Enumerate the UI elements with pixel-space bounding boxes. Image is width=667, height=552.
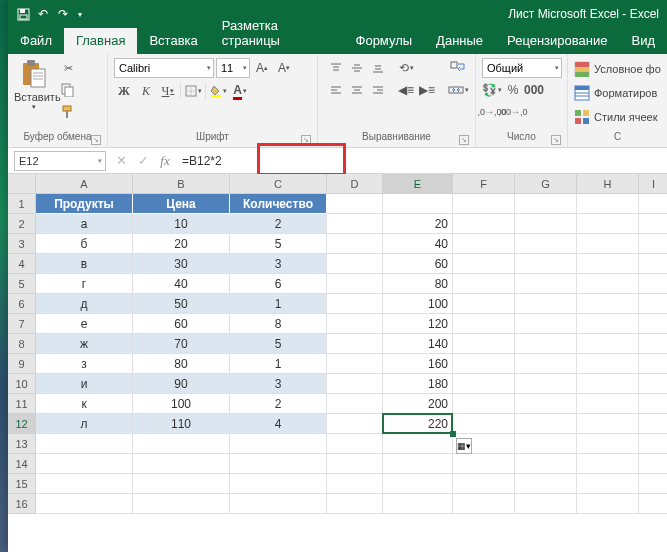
italic-button[interactable]: К <box>136 81 156 101</box>
cell[interactable]: 1 <box>230 294 327 314</box>
cell[interactable]: 5 <box>230 234 327 254</box>
tab-view[interactable]: Вид <box>619 28 667 54</box>
cell[interactable] <box>639 254 667 274</box>
cell[interactable]: 110 <box>133 414 230 434</box>
cell[interactable] <box>36 474 133 494</box>
cell[interactable] <box>453 354 515 374</box>
row-header[interactable]: 2 <box>8 214 36 234</box>
autofill-options-icon[interactable]: ▦▾ <box>456 438 472 454</box>
font-name-combo[interactable]: Calibri▾ <box>114 58 214 78</box>
cell[interactable] <box>453 454 515 474</box>
cell[interactable] <box>577 274 639 294</box>
paste-button[interactable]: Вставить ▾ <box>12 56 56 113</box>
cell[interactable] <box>639 414 667 434</box>
conditional-formatting-button[interactable]: Условное фо <box>574 58 661 80</box>
cell[interactable]: 100 <box>383 294 453 314</box>
cell[interactable] <box>577 394 639 414</box>
cell[interactable] <box>577 414 639 434</box>
cell[interactable] <box>577 454 639 474</box>
tab-data[interactable]: Данные <box>424 28 495 54</box>
column-header[interactable]: C <box>230 174 327 194</box>
fill-handle[interactable] <box>450 431 456 437</box>
cell[interactable] <box>639 334 667 354</box>
cell[interactable] <box>453 194 515 214</box>
align-center-icon[interactable] <box>347 80 367 100</box>
cell[interactable]: б <box>36 234 133 254</box>
dialog-launcher-icon[interactable]: ↘ <box>551 135 561 145</box>
cell[interactable] <box>639 214 667 234</box>
cell[interactable]: 160 <box>383 354 453 374</box>
redo-icon[interactable]: ↷ <box>54 5 72 23</box>
cell[interactable] <box>327 414 383 434</box>
cell[interactable] <box>515 434 577 454</box>
cell[interactable] <box>639 434 667 454</box>
cell[interactable]: 200 <box>383 394 453 414</box>
cell[interactable]: 2 <box>230 394 327 414</box>
cell[interactable] <box>327 194 383 214</box>
table-header-cell[interactable]: Цена <box>133 194 230 214</box>
save-icon[interactable] <box>14 5 32 23</box>
align-top-icon[interactable] <box>326 58 346 78</box>
comma-style-icon[interactable]: 000 <box>524 80 544 100</box>
cell[interactable] <box>327 354 383 374</box>
cell[interactable]: 100 <box>133 394 230 414</box>
name-box[interactable]: E12▾ <box>14 151 106 171</box>
undo-icon[interactable]: ↶ <box>34 5 52 23</box>
increase-font-icon[interactable]: A▴ <box>252 58 272 78</box>
column-header[interactable]: F <box>453 174 515 194</box>
cell[interactable] <box>453 394 515 414</box>
cell[interactable] <box>639 394 667 414</box>
cell[interactable] <box>453 494 515 514</box>
fx-icon[interactable]: fx <box>154 150 176 172</box>
cell[interactable] <box>327 374 383 394</box>
cell[interactable]: 4 <box>230 414 327 434</box>
cell[interactable] <box>577 194 639 214</box>
tab-insert[interactable]: Вставка <box>137 28 209 54</box>
spreadsheet-grid[interactable]: ABCDEFGHI1ПродуктыЦенаКоличество2а102203… <box>8 174 667 552</box>
cell[interactable]: ж <box>36 334 133 354</box>
cell[interactable] <box>230 474 327 494</box>
row-header[interactable]: 16 <box>8 494 36 514</box>
cell[interactable] <box>577 374 639 394</box>
qat-dropdown-icon[interactable]: ▾ <box>74 10 86 19</box>
cell[interactable]: к <box>36 394 133 414</box>
cell[interactable]: 40 <box>383 234 453 254</box>
cell[interactable] <box>453 274 515 294</box>
formula-input[interactable]: =B12*2 <box>176 151 667 171</box>
cell[interactable] <box>453 314 515 334</box>
cell[interactable] <box>515 494 577 514</box>
column-header[interactable]: A <box>36 174 133 194</box>
cell[interactable] <box>453 254 515 274</box>
cell[interactable] <box>639 314 667 334</box>
cell[interactable] <box>327 334 383 354</box>
cell[interactable] <box>327 474 383 494</box>
cell[interactable]: 60 <box>133 314 230 334</box>
row-header[interactable]: 1 <box>8 194 36 214</box>
font-size-combo[interactable]: 11▾ <box>216 58 250 78</box>
tab-formulas[interactable]: Формулы <box>344 28 425 54</box>
cell[interactable] <box>639 374 667 394</box>
column-header[interactable]: D <box>327 174 383 194</box>
row-header[interactable]: 5 <box>8 274 36 294</box>
wrap-text-icon[interactable] <box>445 58 471 78</box>
tab-home[interactable]: Главная <box>64 28 137 54</box>
cell[interactable]: 6 <box>230 274 327 294</box>
cell[interactable] <box>639 194 667 214</box>
tab-review[interactable]: Рецензирование <box>495 28 619 54</box>
cell-styles-button[interactable]: Стили ячеек <box>574 106 661 128</box>
dialog-launcher-icon[interactable]: ↘ <box>301 135 311 145</box>
fill-color-icon[interactable]: ▾ <box>208 81 228 101</box>
dialog-launcher-icon[interactable]: ↘ <box>91 135 101 145</box>
cell[interactable] <box>453 374 515 394</box>
row-header[interactable]: 10 <box>8 374 36 394</box>
cell[interactable] <box>515 194 577 214</box>
cell[interactable] <box>515 214 577 234</box>
cell[interactable]: 10 <box>133 214 230 234</box>
cell[interactable] <box>453 294 515 314</box>
row-header[interactable]: 9 <box>8 354 36 374</box>
cell[interactable] <box>515 354 577 374</box>
cell[interactable]: 20 <box>133 234 230 254</box>
cell[interactable] <box>383 494 453 514</box>
cell[interactable] <box>515 294 577 314</box>
cell[interactable] <box>453 414 515 434</box>
